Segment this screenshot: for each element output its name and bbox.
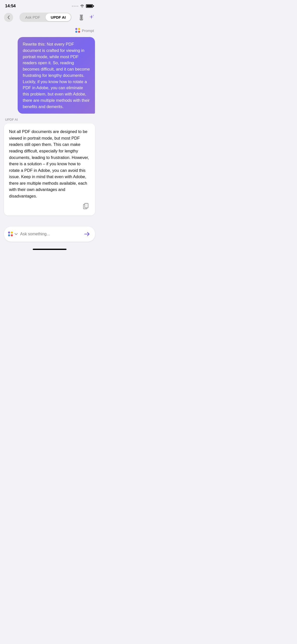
battery-icon: [86, 4, 94, 8]
clean-icon[interactable]: [78, 14, 85, 21]
spacer: [0, 218, 99, 223]
home-indicator: [0, 247, 99, 253]
status-time: 14:54: [5, 4, 16, 9]
nav-tabs: Ask PDF UPDF AI: [19, 13, 72, 22]
chat-area: Prompt Rewrite this: Not every PDF docum…: [0, 25, 99, 218]
svg-point-4: [93, 15, 93, 15]
copy-button-row: [9, 202, 90, 210]
input-container: [4, 227, 95, 242]
wifi-icon: [80, 4, 84, 8]
chat-input[interactable]: [20, 232, 80, 236]
tab-updf-ai[interactable]: UPDF AI: [46, 13, 71, 21]
copy-button[interactable]: [82, 202, 90, 210]
user-bubble: Rewrite this: Not every PDF document is …: [18, 37, 95, 114]
bottom-input-area: [0, 223, 99, 247]
prompt-label-row: Prompt: [4, 28, 95, 33]
tab-ask-pdf[interactable]: Ask PDF: [20, 13, 45, 21]
input-mode-icon: [8, 232, 13, 237]
svg-rect-3: [80, 15, 83, 16]
sparkle-icon[interactable]: [88, 14, 95, 21]
ai-section: UPDF AI Not all PDF documents are design…: [4, 118, 95, 215]
dropdown-chevron-icon[interactable]: [15, 233, 18, 235]
status-bar: 14:54: [0, 0, 99, 11]
svg-rect-2: [80, 19, 83, 20]
back-button[interactable]: [4, 13, 13, 22]
input-left-controls: [8, 232, 18, 237]
user-message-text: Rewrite this: Not every PDF document is …: [23, 42, 90, 109]
nav-actions: [78, 14, 95, 21]
signal-icon: [72, 6, 78, 7]
send-button[interactable]: [83, 230, 91, 238]
prompt-dots-icon: [75, 28, 80, 33]
svg-rect-6: [85, 203, 88, 208]
status-icons: [72, 4, 94, 8]
ai-bubble: Not all PDF documents are designed to be…: [4, 123, 95, 215]
prompt-label: Prompt: [82, 28, 94, 33]
user-message: Rewrite this: Not every PDF document is …: [4, 37, 95, 114]
nav-bar: Ask PDF UPDF AI: [0, 11, 99, 25]
home-bar: [33, 249, 67, 250]
svg-rect-1: [81, 16, 82, 19]
ai-label: UPDF AI: [4, 118, 95, 121]
ai-message-text: Not all PDF documents are designed to be…: [9, 128, 90, 199]
